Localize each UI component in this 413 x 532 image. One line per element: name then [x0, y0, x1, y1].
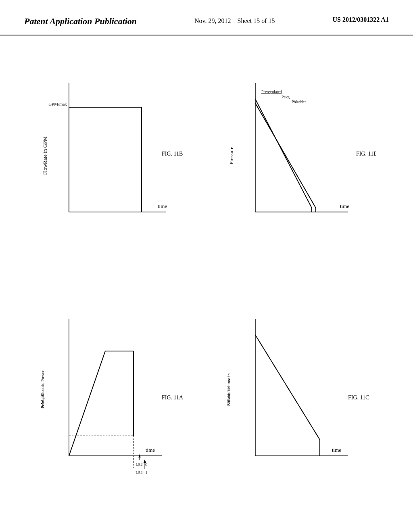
- svg-text:FIG. 11B: FIG. 11B: [162, 151, 183, 157]
- svg-text:Preregulated: Preregulated: [261, 89, 282, 94]
- figure-11B-cell: GPM/max time FIG. 11B FlowRate in GPM: [24, 44, 202, 275]
- figure-11C-cell: time FIG. 11C Vfluid, Volume in Gallons: [211, 283, 389, 515]
- svg-text:time: time: [332, 447, 341, 453]
- svg-text:GPM/max: GPM/max: [48, 102, 67, 106]
- publication-title: Patent Application Publication: [24, 16, 137, 27]
- page-content: GPM/max time FIG. 11B FlowRate in GPM: [0, 35, 413, 523]
- publication-date-sheet: Nov. 29, 2012 Sheet 15 of 15: [194, 16, 275, 26]
- svg-text:Gallons: Gallons: [226, 392, 231, 406]
- figure-11A-cell: L52=0 L52=1 time FIG. 11A Pelec, Electri…: [24, 283, 202, 515]
- svg-text:FIG. 11C: FIG. 11C: [348, 395, 369, 401]
- svg-marker-26: [144, 459, 146, 463]
- svg-text:time: time: [146, 447, 155, 453]
- svg-text:Pavg: Pavg: [282, 95, 290, 99]
- svg-text:time: time: [340, 203, 349, 209]
- figure-11D-cell: Preregulated Pavg Pbladder time FIG. 11D…: [211, 44, 389, 275]
- svg-text:in Watts: in Watts: [40, 394, 45, 409]
- publication-date: Nov. 29, 2012: [194, 17, 231, 24]
- page-header: Patent Application Publication Nov. 29, …: [0, 0, 413, 35]
- svg-text:Pressure: Pressure: [228, 146, 234, 164]
- svg-text:FlowRate in GPM: FlowRate in GPM: [42, 136, 48, 175]
- figure-11D-svg: Preregulated Pavg Pbladder time FIG. 11D…: [223, 75, 376, 244]
- figures-grid: GPM/max time FIG. 11B FlowRate in GPM: [24, 44, 389, 515]
- svg-text:L52=1: L52=1: [136, 470, 147, 475]
- svg-text:Pbladder: Pbladder: [292, 100, 306, 104]
- figure-11C-svg: time FIG. 11C Vfluid, Volume in Gallons: [223, 311, 376, 488]
- svg-text:FIG. 11A: FIG. 11A: [162, 395, 184, 401]
- figure-11B-svg: GPM/max time FIG. 11B FlowRate in GPM: [37, 75, 190, 244]
- figure-11A-svg: L52=0 L52=1 time FIG. 11A Pelec, Electri…: [37, 311, 190, 488]
- svg-text:time: time: [158, 203, 167, 209]
- patent-number: US 2012/0301322 A1: [332, 16, 389, 23]
- sheet-number: Sheet 15 of 15: [238, 17, 275, 24]
- svg-text:FIG. 11D: FIG. 11D: [356, 151, 376, 157]
